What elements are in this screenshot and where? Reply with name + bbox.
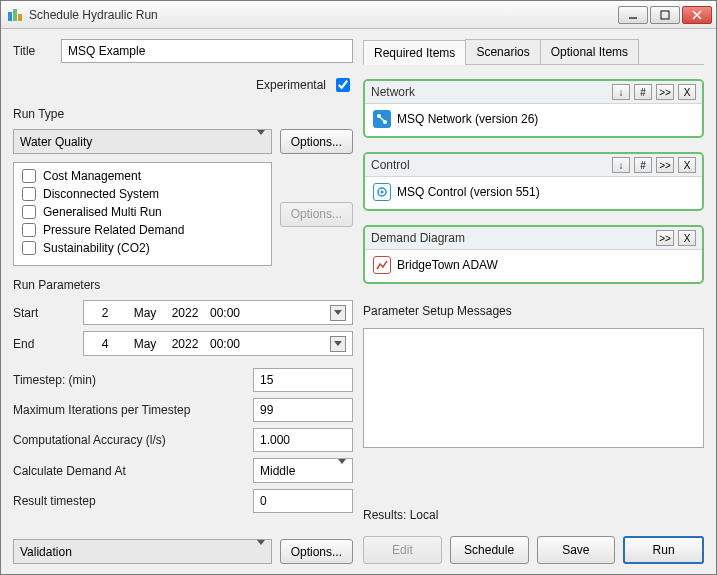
calcdemand-label: Calculate Demand At	[13, 464, 253, 478]
validation-options-button[interactable]: Options...	[280, 539, 353, 564]
messages-header: Parameter Setup Messages	[363, 304, 704, 318]
calendar-icon[interactable]	[330, 336, 346, 352]
checklist-item: Cost Management	[18, 167, 267, 185]
checklist-checkbox[interactable]	[22, 223, 36, 237]
svg-point-11	[381, 191, 384, 194]
network-item[interactable]: MSQ Network (version 26)	[397, 112, 538, 126]
maxiter-label: Maximum Iterations per Timestep	[13, 403, 253, 417]
checklist-item: Generalised Multi Run	[18, 203, 267, 221]
network-icon	[373, 110, 391, 128]
validation-combo[interactable]: Validation	[13, 539, 272, 564]
calcdemand-combo[interactable]: Middle	[253, 458, 353, 483]
demand-header: Demand Diagram	[371, 231, 652, 245]
result-ts-label: Result timestep	[13, 494, 253, 508]
end-label: End	[13, 337, 83, 351]
network-header: Network	[371, 85, 608, 99]
app-icon	[7, 7, 23, 23]
schedule-button[interactable]: Schedule	[450, 536, 529, 564]
remove-button[interactable]: X	[678, 84, 696, 100]
experimental-checkbox[interactable]	[336, 78, 350, 92]
svg-rect-1	[13, 9, 17, 21]
run-type-value: Water Quality	[20, 135, 92, 149]
control-box: Control ↓ # >> X MSQ Control (version 55…	[363, 152, 704, 211]
titlebar[interactable]: Schedule Hydraulic Run	[1, 1, 716, 29]
down-arrow-icon[interactable]: ↓	[612, 84, 630, 100]
demand-icon	[373, 256, 391, 274]
title-input[interactable]	[61, 39, 353, 63]
checklist-options-button: Options...	[280, 202, 353, 227]
svg-rect-2	[18, 14, 22, 21]
forward-button[interactable]: >>	[656, 84, 674, 100]
experimental-label: Experimental	[256, 78, 326, 92]
tabs: Required Items Scenarios Optional Items	[363, 39, 704, 65]
chevron-down-icon	[257, 540, 265, 559]
edit-button: Edit	[363, 536, 442, 564]
end-datetime[interactable]: 4 May 2022 00:00	[83, 331, 353, 356]
close-button[interactable]	[682, 6, 712, 24]
control-item[interactable]: MSQ Control (version 551)	[397, 185, 540, 199]
hash-button[interactable]: #	[634, 157, 652, 173]
maximize-button[interactable]	[650, 6, 680, 24]
run-type-combo[interactable]: Water Quality	[13, 129, 272, 154]
demand-item[interactable]: BridgeTown ADAW	[397, 258, 498, 272]
hash-button[interactable]: #	[634, 84, 652, 100]
start-label: Start	[13, 306, 83, 320]
minimize-button[interactable]	[618, 6, 648, 24]
checklist-item: Sustainability (CO2)	[18, 239, 267, 257]
remove-button[interactable]: X	[678, 157, 696, 173]
tab-optional-items[interactable]: Optional Items	[540, 39, 639, 64]
remove-button[interactable]: X	[678, 230, 696, 246]
tab-required-items[interactable]: Required Items	[363, 40, 466, 65]
timestep-input[interactable]	[253, 368, 353, 392]
title-label: Title	[13, 44, 53, 58]
accuracy-input[interactable]	[253, 428, 353, 452]
checklist-item: Disconnected System	[18, 185, 267, 203]
calendar-icon[interactable]	[330, 305, 346, 321]
checklist-checkbox[interactable]	[22, 241, 36, 255]
dialog-window: Schedule Hydraulic Run Title Experimenta…	[0, 0, 717, 575]
forward-button[interactable]: >>	[656, 157, 674, 173]
control-header: Control	[371, 158, 608, 172]
save-button[interactable]: Save	[537, 536, 616, 564]
chevron-down-icon	[338, 459, 346, 478]
svg-rect-0	[8, 12, 12, 21]
result-ts-input[interactable]	[253, 489, 353, 513]
demand-box: Demand Diagram >> X BridgeTown ADAW	[363, 225, 704, 284]
maxiter-input[interactable]	[253, 398, 353, 422]
forward-button[interactable]: >>	[656, 230, 674, 246]
run-button[interactable]: Run	[623, 536, 704, 564]
checklist-checkbox[interactable]	[22, 187, 36, 201]
network-box: Network ↓ # >> X MSQ Network (version 26…	[363, 79, 704, 138]
checklist-checkbox[interactable]	[22, 169, 36, 183]
window-title: Schedule Hydraulic Run	[29, 8, 618, 22]
accuracy-label: Computational Accuracy (l/s)	[13, 433, 253, 447]
run-type-header: Run Type	[13, 107, 353, 121]
checklist-checkbox[interactable]	[22, 205, 36, 219]
checklist-item: Pressure Related Demand	[18, 221, 267, 239]
chevron-down-icon	[257, 130, 265, 149]
results-label: Results: Local	[363, 498, 704, 522]
tab-scenarios[interactable]: Scenarios	[465, 39, 540, 64]
control-icon	[373, 183, 391, 201]
run-type-checklist[interactable]: Cost Management Disconnected System Gene…	[13, 162, 272, 266]
svg-rect-4	[661, 11, 669, 19]
timestep-label: Timestep: (min)	[13, 373, 253, 387]
start-datetime[interactable]: 2 May 2022 00:00	[83, 300, 353, 325]
run-parameters-header: Run Parameters	[13, 278, 353, 292]
run-type-options-button[interactable]: Options...	[280, 129, 353, 154]
svg-line-9	[380, 117, 384, 121]
messages-box[interactable]	[363, 328, 704, 448]
down-arrow-icon[interactable]: ↓	[612, 157, 630, 173]
